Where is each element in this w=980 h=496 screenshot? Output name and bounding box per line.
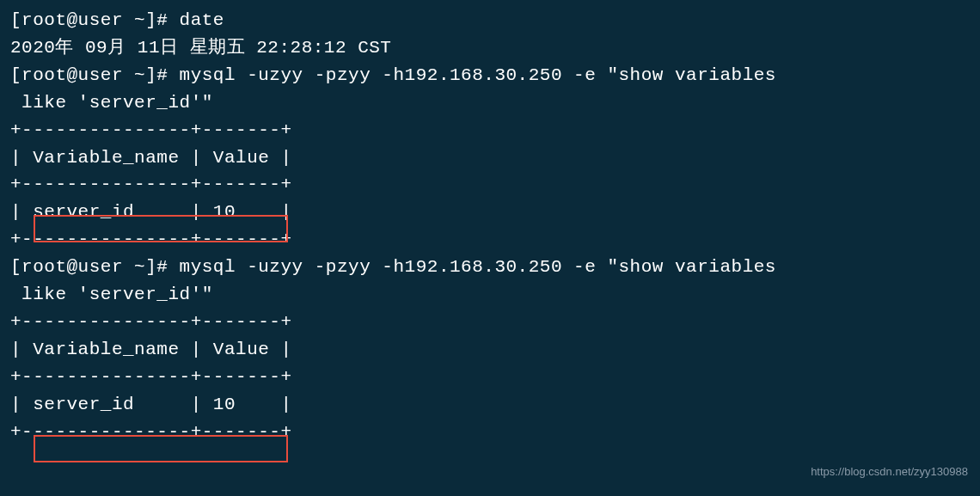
table-border-bottom-1: +---------------+-------+ bbox=[10, 226, 970, 254]
terminal-prompt-mysql-2-cont: like 'server_id'" bbox=[10, 281, 970, 309]
table-row-1: | server_id | 10 | bbox=[10, 199, 970, 226]
table-header-1: | Variable_name | Value | bbox=[10, 144, 970, 172]
table-border-top-1: +---------------+-------+ bbox=[10, 117, 970, 144]
watermark-text: https://blog.csdn.net/zyy130988 bbox=[811, 463, 968, 481]
terminal-prompt-date: [root@user ~]# date bbox=[10, 7, 970, 34]
table-border-mid-2: +---------------+-------+ bbox=[10, 364, 970, 391]
table-border-bottom-2: +---------------+-------+ bbox=[10, 419, 970, 446]
terminal-prompt-mysql-1-cont: like 'server_id'" bbox=[10, 89, 970, 117]
terminal-prompt-mysql-1: [root@user ~]# mysql -uzyy -pzyy -h192.1… bbox=[10, 62, 970, 89]
table-row-2: | server_id | 10 | bbox=[10, 391, 970, 419]
terminal-output-date: 2020年 09月 11日 星期五 22:28:12 CST bbox=[10, 34, 970, 62]
terminal-prompt-mysql-2: [root@user ~]# mysql -uzyy -pzyy -h192.1… bbox=[10, 254, 970, 281]
table-header-2: | Variable_name | Value | bbox=[10, 336, 970, 364]
table-border-mid-1: +---------------+-------+ bbox=[10, 171, 970, 199]
table-border-top-2: +---------------+-------+ bbox=[10, 309, 970, 336]
